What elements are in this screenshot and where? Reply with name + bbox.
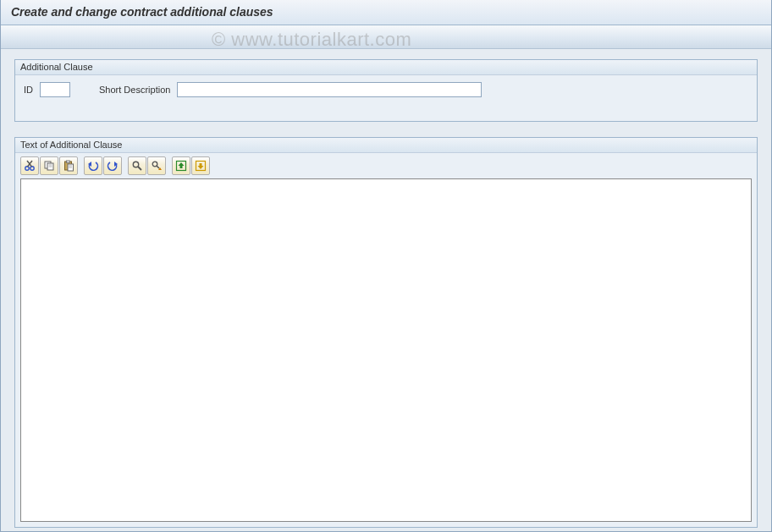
- svg-point-15: [133, 162, 138, 167]
- copy-button[interactable]: [40, 156, 58, 175]
- redo-icon: [107, 160, 119, 172]
- id-label: ID: [24, 85, 33, 95]
- short-description-label: Short Description: [99, 85, 170, 95]
- svg-line-18: [157, 166, 159, 168]
- editor-title: Text of Additional Clause: [15, 138, 757, 153]
- cut-icon: [24, 160, 36, 172]
- paste-button[interactable]: [59, 156, 78, 175]
- additional-clause-group: Additional Clause ID Short Description: [14, 59, 758, 122]
- redo-button[interactable]: [103, 156, 122, 175]
- upload-icon: [175, 160, 187, 172]
- short-description-input[interactable]: [177, 82, 482, 97]
- copy-icon: [43, 160, 55, 172]
- app-toolbar-strip: [1, 25, 771, 49]
- svg-marker-23: [198, 163, 204, 169]
- svg-marker-21: [179, 162, 185, 168]
- group-title: Additional Clause: [15, 60, 757, 75]
- editor-toolbar: [15, 153, 757, 178]
- undo-icon: [87, 160, 99, 172]
- svg-point-0: [25, 167, 29, 170]
- title-bar: Create and change contract additional cl…: [1, 0, 771, 25]
- svg-line-16: [138, 167, 141, 170]
- paste-icon: [63, 160, 74, 172]
- svg-point-17: [152, 162, 157, 167]
- load-button[interactable]: [172, 156, 190, 175]
- id-input[interactable]: [40, 82, 70, 97]
- content-area: Additional Clause ID Short Description T…: [1, 49, 771, 528]
- undo-button[interactable]: [84, 156, 102, 175]
- text-editor-area[interactable]: [20, 178, 752, 522]
- group-body: ID Short Description: [15, 75, 757, 121]
- find-next-button[interactable]: [147, 156, 166, 175]
- find-icon: [131, 160, 143, 172]
- svg-rect-9: [67, 161, 70, 163]
- text-editor-group: Text of Additional Clause: [14, 137, 758, 528]
- find-button[interactable]: [128, 156, 146, 175]
- find-next-icon: [151, 160, 163, 172]
- svg-point-1: [30, 167, 34, 170]
- page-title: Create and change contract additional cl…: [11, 5, 273, 19]
- download-icon: [195, 160, 207, 172]
- save-button[interactable]: [191, 156, 210, 175]
- cut-button[interactable]: [20, 156, 39, 175]
